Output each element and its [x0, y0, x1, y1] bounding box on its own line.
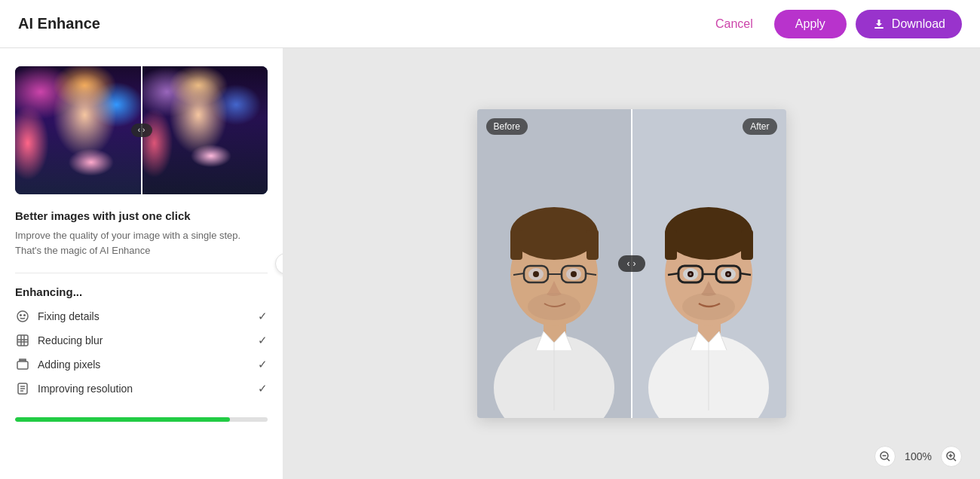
- svg-point-38: [665, 207, 752, 260]
- after-badge: After: [743, 118, 776, 135]
- portrait-after-svg: [632, 109, 786, 418]
- zoom-out-button[interactable]: [874, 446, 896, 467]
- progress-bar-container: [15, 417, 268, 422]
- cancel-button[interactable]: Cancel: [703, 11, 765, 37]
- comparison-after: [632, 109, 786, 418]
- preview-split: ‹ ›: [15, 66, 268, 194]
- progress-bar-fill: [15, 417, 230, 422]
- canvas-area[interactable]: Before After: [283, 48, 980, 479]
- fixing-details-label: Fixing details: [38, 310, 100, 322]
- reducing-blur-label: Reducing blur: [38, 334, 103, 346]
- enhancing-item-improving-resolution: Improving resolution ✓: [15, 381, 268, 396]
- svg-rect-0: [874, 27, 884, 29]
- enhancing-item-left-4: Improving resolution: [15, 381, 133, 396]
- svg-point-3: [24, 315, 26, 316]
- comparison-handle[interactable]: ‹ ›: [618, 255, 645, 272]
- document-icon: [15, 381, 30, 396]
- improving-resolution-label: Improving resolution: [38, 383, 133, 395]
- svg-point-2: [20, 315, 22, 316]
- collapse-panel-button[interactable]: ‹: [275, 253, 283, 274]
- svg-point-1: [17, 311, 28, 322]
- app-header: AI Enhance Cancel Apply Download: [0, 0, 980, 48]
- preview-before: [15, 66, 142, 194]
- enhancing-item-left-3: Adding pixels: [15, 357, 100, 372]
- description-text: Improve the quality of your image with a…: [15, 228, 268, 258]
- zoom-in-icon: [946, 451, 957, 462]
- preview-after: [142, 66, 268, 194]
- fixing-details-check: ✓: [258, 310, 268, 323]
- handle-right-icon: ›: [633, 258, 636, 269]
- main-content: ‹ › Better images with just one click Im…: [0, 48, 980, 479]
- svg-point-44: [689, 273, 691, 276]
- adding-pixels-check: ✓: [258, 358, 268, 371]
- handle-left-arrow: ‹: [138, 127, 140, 134]
- handle-right-arrow: ›: [142, 127, 145, 134]
- smile-icon: [15, 309, 30, 324]
- zoom-in-button[interactable]: [941, 446, 962, 467]
- svg-rect-21: [586, 230, 599, 260]
- svg-point-48: [727, 273, 729, 276]
- section-divider: [15, 273, 268, 273]
- adding-pixels-label: Adding pixels: [38, 358, 100, 371]
- enhancing-item-left: Fixing details: [15, 309, 100, 324]
- preview-image: ‹ ›: [15, 66, 268, 194]
- before-badge: Before: [486, 118, 528, 135]
- comparison-container[interactable]: Before After: [477, 109, 786, 418]
- svg-rect-9: [17, 362, 28, 369]
- zoom-level: 100%: [902, 450, 935, 462]
- portrait-before-svg: [477, 109, 632, 418]
- preview-person-right: [142, 66, 268, 194]
- preview-person-left: [15, 66, 142, 194]
- preview-split-handle[interactable]: ‹ ›: [131, 124, 152, 137]
- description-title: Better images with just one click: [15, 209, 268, 222]
- reducing-blur-check: ✓: [258, 334, 268, 347]
- download-button[interactable]: Download: [856, 10, 962, 38]
- expand-icon: [15, 357, 30, 372]
- svg-point-24: [533, 271, 539, 277]
- zoom-controls: 100%: [874, 446, 962, 467]
- improving-resolution-check: ✓: [258, 382, 268, 395]
- svg-rect-39: [665, 230, 677, 260]
- enhancing-item-fixing-details: Fixing details ✓: [15, 309, 268, 324]
- handle-left-icon: ‹: [627, 258, 630, 269]
- enhancing-item-left-2: Reducing blur: [15, 333, 103, 348]
- left-panel: ‹ › Better images with just one click Im…: [0, 48, 283, 479]
- svg-rect-4: [17, 335, 28, 346]
- enhancing-item-adding-pixels: Adding pixels ✓: [15, 357, 268, 372]
- comparison-before: [477, 109, 632, 418]
- svg-point-27: [571, 271, 577, 277]
- svg-point-52: [682, 293, 735, 320]
- svg-point-19: [510, 207, 598, 260]
- header-actions: Cancel Apply Download: [703, 10, 962, 38]
- svg-line-56: [887, 459, 890, 461]
- page-title: AI Enhance: [18, 15, 100, 32]
- download-icon: [872, 17, 886, 31]
- svg-point-31: [528, 293, 580, 320]
- svg-rect-40: [741, 230, 753, 260]
- svg-line-60: [954, 459, 956, 461]
- grid-icon: [15, 333, 30, 348]
- svg-rect-20: [510, 230, 522, 260]
- apply-button[interactable]: Apply: [774, 10, 847, 38]
- zoom-out-icon: [880, 451, 890, 462]
- enhancing-item-reducing-blur: Reducing blur ✓: [15, 333, 268, 348]
- enhancing-title: Enhancing...: [15, 285, 268, 298]
